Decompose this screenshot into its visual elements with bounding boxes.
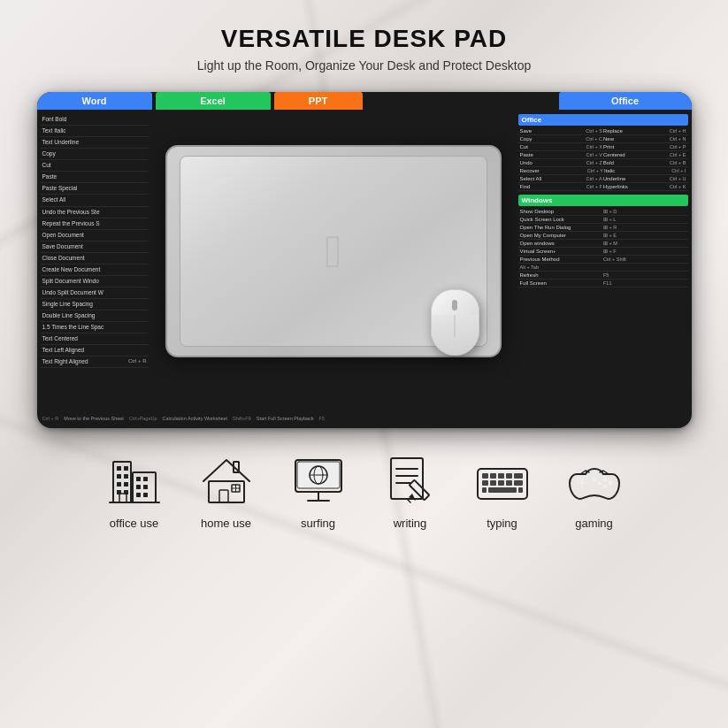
svg-rect-6 xyxy=(117,482,121,487)
shortcut-left-align: Text Left Aligned xyxy=(41,345,149,356)
typing-label: typing xyxy=(487,517,517,530)
svg-rect-50 xyxy=(482,487,487,493)
svg-rect-45 xyxy=(490,480,496,486)
shortcut-copy: Copy xyxy=(41,149,149,160)
tab-ppt: PPT xyxy=(274,92,363,110)
use-case-office: office use xyxy=(106,453,163,530)
shortcut-save: Save Document xyxy=(41,241,149,253)
svg-rect-4 xyxy=(117,474,121,479)
shortcut-paste-special: Paste Special xyxy=(41,183,149,195)
use-case-home: home use xyxy=(198,453,255,530)
right-row-find: FindCtrl + F HyperlinksCtrl + K xyxy=(518,183,688,191)
win-row-mycomp: Open My Computer ⊞ + E xyxy=(518,232,688,240)
surfing-icon xyxy=(290,453,347,510)
shortcut-double-line: Double Line Spacing xyxy=(41,310,149,322)
svg-rect-23 xyxy=(234,462,239,472)
svg-point-56 xyxy=(602,485,607,489)
shortcut-split: Split Document Windo xyxy=(41,276,149,287)
svg-rect-12 xyxy=(136,485,141,489)
bottom-pageup: Ctrl+PageUp xyxy=(129,416,157,421)
svg-rect-39 xyxy=(482,473,488,479)
svg-rect-5 xyxy=(124,474,128,479)
right-row-selectall: Select AllCtrl + A UnderlineCtrl + U xyxy=(518,175,688,183)
svg-point-58 xyxy=(592,477,597,482)
shortcut-text-underline: Text Underline xyxy=(41,137,149,149)
use-case-typing: typing xyxy=(474,453,531,530)
right-row-save: SaveCtrl + S ReplaceCtrl + H xyxy=(518,127,688,135)
gaming-label: gaming xyxy=(575,517,613,530)
shortcut-undo-split: Undo Split Document W xyxy=(41,287,149,299)
mouse xyxy=(431,289,479,356)
office-section-header: Office xyxy=(518,114,688,126)
mouse-scroll-wheel xyxy=(452,300,457,310)
shortcut-select-all: Select All xyxy=(41,195,149,206)
use-cases: office use hom xyxy=(106,453,623,530)
win-row-virtual: Virtual Screen+ ⊞ + F xyxy=(518,248,688,256)
windows-section-header: Windows xyxy=(518,195,688,206)
mouse-body xyxy=(431,289,479,356)
shortcut-font-bold: Font Bold xyxy=(41,114,149,126)
shortcut-repeat: Repeat the Previous S xyxy=(41,218,149,230)
svg-rect-44 xyxy=(482,480,488,486)
bottom-calc-worksheet: Calculation Activity Worksheet xyxy=(163,416,228,421)
svg-rect-7 xyxy=(124,482,128,487)
color-tabs: Word Excel PPT Office xyxy=(37,92,692,113)
shortcut-centered: Text Centered xyxy=(41,333,149,345)
typing-icon xyxy=(474,453,531,510)
use-case-surfing: surfing xyxy=(290,453,347,530)
svg-rect-40 xyxy=(490,473,496,479)
shortcut-right-align: Text Right AlignedCtrl + R xyxy=(41,356,149,368)
shortcut-undo: Undo the Previous Ste xyxy=(41,207,149,218)
svg-rect-13 xyxy=(143,485,148,489)
tab-excel: Excel xyxy=(156,92,271,110)
bottom-ctrl-r: Ctrl + R xyxy=(42,416,59,421)
svg-rect-11 xyxy=(143,477,148,481)
col-middle:  xyxy=(152,111,515,409)
office-section: Office SaveCtrl + S ReplaceCtrl + H Copy… xyxy=(518,114,688,191)
win-row-windows: Open windows ⊞ + M xyxy=(518,240,688,248)
svg-rect-43 xyxy=(514,473,523,479)
shortcut-new: Create New Document xyxy=(41,264,149,276)
win-row-alttab: Alt + Tab xyxy=(518,264,688,272)
svg-rect-51 xyxy=(518,487,523,493)
deskpad: Word Excel PPT Office Font Bold Text Ita… xyxy=(37,92,692,428)
bottom-bar: Ctrl + R Move to the Previous Sheet Ctrl… xyxy=(37,409,692,428)
shortcut-text-italic: Text Italic xyxy=(41,126,149,137)
home-use-icon xyxy=(198,453,255,510)
writing-icon xyxy=(382,453,439,510)
svg-rect-49 xyxy=(488,487,517,493)
right-row-cut: CutCtrl + X PrintCtrl + P xyxy=(518,143,688,151)
bottom-shiftf9: Shift+F9 xyxy=(233,416,251,421)
svg-point-57 xyxy=(597,481,602,486)
win-row-refresh: Refresh F5 xyxy=(518,272,688,280)
use-case-writing: writing xyxy=(382,453,439,530)
svg-rect-16 xyxy=(119,494,126,502)
apple-logo-icon:  xyxy=(325,225,341,278)
writing-label: writing xyxy=(394,517,427,530)
office-use-icon xyxy=(106,453,163,510)
win-row-run: Open The Run Dialog ⊞ + R xyxy=(518,224,688,232)
tab-office: Office xyxy=(559,92,692,110)
svg-rect-14 xyxy=(136,493,141,497)
svg-rect-2 xyxy=(117,466,121,471)
svg-rect-10 xyxy=(136,477,141,481)
svg-rect-47 xyxy=(506,480,512,486)
shortcut-1-5-line: 1.5 Times the Line Spac xyxy=(41,322,149,333)
windows-section: Windows Show Desktop ⊞ + D Quick Screen … xyxy=(518,195,688,287)
win-row-lock: Quick Screen Lock ⊞ + L xyxy=(518,216,688,224)
shortcut-single-line: Single Line Spacing xyxy=(41,299,149,310)
left-shortcuts: Font Bold Text Italic Text Underline Cop… xyxy=(37,111,152,409)
deskpad-wrapper: Word Excel PPT Office Font Bold Text Ita… xyxy=(37,92,692,428)
tab-word: Word xyxy=(37,92,152,110)
bottom-f5: F5 xyxy=(319,416,325,421)
gaming-icon xyxy=(566,453,623,510)
svg-rect-15 xyxy=(143,493,148,497)
shortcut-paste: Paste xyxy=(41,172,149,183)
mouse-right-button xyxy=(455,290,479,315)
right-row-paste: PasteCtrl + V CenteredCtrl + E xyxy=(518,151,688,159)
svg-rect-41 xyxy=(498,473,504,479)
right-row-recover: RecoverCtrl + Y ItalicCtrl + I xyxy=(518,167,688,175)
svg-point-54 xyxy=(602,478,607,482)
main-title: VERSATILE DESK PAD xyxy=(221,25,507,53)
office-use-label: office use xyxy=(110,517,158,530)
